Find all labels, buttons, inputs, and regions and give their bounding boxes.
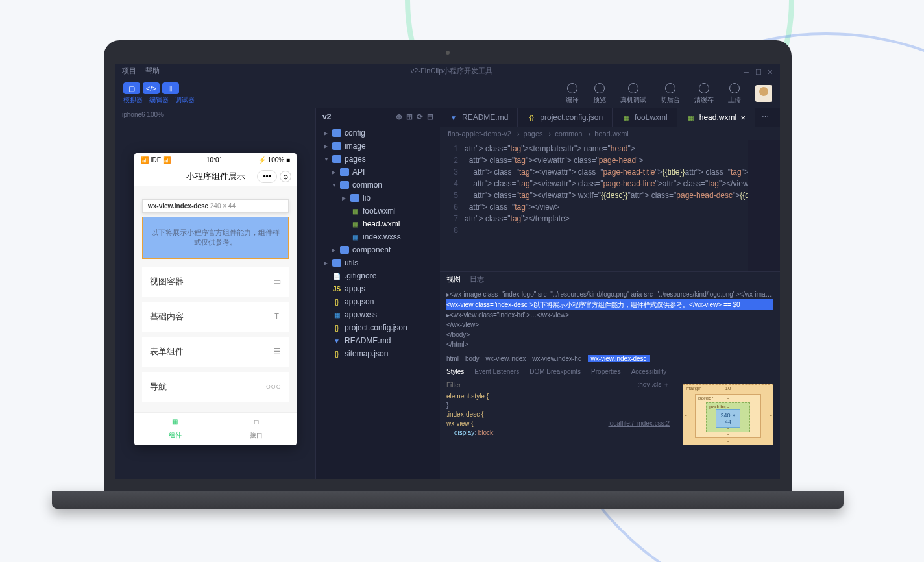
breadcrumb-item[interactable]: head.wxml — [594, 130, 629, 138]
tree-item[interactable]: {}app.json — [316, 295, 440, 308]
inspect-tooltip: wx-view.index-desc 240 × 44 — [142, 199, 289, 213]
menu-project[interactable]: 项目 — [122, 66, 136, 76]
dom-path-item[interactable]: wx-view.index-desc — [588, 355, 649, 362]
dom-path-item[interactable]: html — [446, 355, 459, 362]
tabs-more-icon[interactable]: ⋯ — [755, 108, 775, 127]
mode-switcher: ▢ </> ⫴ 模拟器 编辑器 调试器 — [123, 82, 195, 104]
dt-tab-log[interactable]: 日志 — [470, 275, 484, 284]
tree-item[interactable]: ▦app.wxss — [316, 308, 440, 321]
devtools-subtab[interactable]: Styles — [446, 368, 464, 375]
tree-item[interactable]: ▶API — [316, 165, 440, 178]
editor-tab[interactable]: {}project.config.json — [518, 108, 613, 127]
tree-item[interactable]: ▶utils — [316, 256, 440, 269]
editor-tab[interactable]: ▦foot.wxml — [613, 108, 677, 127]
grid-icon: ▦ — [169, 418, 181, 430]
breadcrumb-item[interactable]: common — [555, 130, 590, 138]
tree-item[interactable]: ▶image — [316, 140, 440, 153]
upload-button[interactable]: 上传 — [728, 83, 741, 104]
laptop-frame: 项目 帮助 v2-FinClip小程序开发工具 ─ ☐ ✕ ▢ </> ⫴ — [104, 40, 792, 509]
refresh-icon[interactable]: ⟳ — [417, 112, 423, 121]
devtools-subtab[interactable]: Event Listeners — [474, 368, 519, 375]
new-file-icon[interactable]: ⊕ — [396, 112, 402, 121]
toolbar: ▢ </> ⫴ 模拟器 编辑器 调试器 编译 预览 真机调试 切后台 清缓存 — [116, 79, 780, 108]
background-button[interactable]: 切后台 — [661, 83, 680, 104]
tree-item[interactable]: {}sitemap.json — [316, 347, 440, 360]
close-icon[interactable]: ✕ — [740, 114, 746, 121]
clear-cache-button[interactable]: 清缓存 — [694, 83, 714, 104]
styles-toggles[interactable]: :hov .cls ＋ — [638, 380, 670, 389]
editor-tab[interactable]: ▦head.wxml✕ — [677, 108, 755, 127]
menu-help[interactable]: 帮助 — [145, 66, 160, 76]
menu-item[interactable]: 导航○○○ — [142, 372, 289, 402]
maximize-button[interactable]: ☐ — [755, 68, 762, 75]
capsule-more-icon[interactable]: ••• — [257, 170, 277, 183]
tree-item[interactable]: JSapp.js — [316, 282, 440, 295]
dom-tree[interactable]: ▸<wx-image class="index-logo" src="../re… — [440, 287, 780, 352]
preview-button[interactable]: 预览 — [593, 83, 606, 104]
phone-status-bar: 📶 IDE 📶 10:01 ⚡ 100% ■ — [134, 153, 297, 167]
mode-debugger[interactable]: ⫴ — [162, 82, 179, 94]
window-title: v2-FinClip小程序开发工具 — [169, 66, 735, 76]
minimize-button[interactable]: ─ — [744, 68, 750, 75]
tree-item[interactable]: ▦foot.wxml — [316, 204, 440, 217]
ide-window: 项目 帮助 v2-FinClip小程序开发工具 ─ ☐ ✕ ▢ </> ⫴ — [116, 64, 780, 479]
tree-item[interactable]: ▶config — [316, 127, 440, 140]
styles-filter-input[interactable] — [446, 380, 485, 389]
close-button[interactable]: ✕ — [767, 68, 773, 75]
breadcrumb: fino-applet-demo-v2pagescommonhead.wxml — [440, 127, 780, 140]
breadcrumb-item[interactable]: fino-applet-demo-v2 — [448, 130, 520, 138]
tree-item[interactable]: {}project.config.json — [316, 321, 440, 334]
devtools-subtab[interactable]: Accessibility — [631, 368, 666, 375]
menu-item[interactable]: 表单组件☰ — [142, 337, 289, 367]
phone-nav: 小程序组件展示 ••• ⊙ — [134, 167, 297, 186]
tree-item[interactable]: ▼common — [316, 178, 440, 191]
code-editor[interactable]: 12345678 attr"> class="tag"><templateatt… — [440, 140, 780, 271]
mode-simulator[interactable]: ▢ — [123, 82, 140, 94]
dom-path-item[interactable]: wx-view.index — [486, 355, 526, 362]
editor-panel: ▼README.md{}project.config.json▦foot.wxm… — [440, 108, 780, 479]
phone-preview: 📶 IDE 📶 10:01 ⚡ 100% ■ 小程序组件展示 ••• ⊙ — [134, 153, 297, 445]
menubar: 项目 帮助 v2-FinClip小程序开发工具 ─ ☐ ✕ — [116, 64, 780, 79]
avatar[interactable] — [755, 85, 772, 102]
tab-api[interactable]: ◻ 接口 — [215, 413, 297, 445]
dom-path-item[interactable]: wx-view.index-hd — [532, 355, 581, 362]
remote-debug-button[interactable]: 真机调试 — [620, 83, 646, 104]
tree-item[interactable]: ▶component — [316, 243, 440, 256]
simulator-panel: iphone6 100% 📶 IDE 📶 10:01 ⚡ 100% ■ 小程序组… — [116, 108, 315, 479]
editor-tabs: ▼README.md{}project.config.json▦foot.wxm… — [440, 108, 780, 127]
new-folder-icon[interactable]: ⊞ — [406, 112, 413, 121]
dom-path-item[interactable]: body — [465, 355, 480, 362]
menu-item[interactable]: 视图容器▭ — [142, 267, 289, 297]
tree-item[interactable]: ▼README.md — [316, 334, 440, 347]
file-explorer: v2 ⊕ ⊞ ⟳ ⊟ ▶config▶image▼pages▶API▼commo… — [315, 108, 440, 479]
tree-item[interactable]: ▼pages — [316, 153, 440, 165]
project-root[interactable]: v2 — [322, 112, 331, 121]
devtools: 视图 日志 ▸<wx-image class="index-logo" src=… — [440, 271, 780, 479]
tree-item[interactable]: 📄.gitignore — [316, 269, 440, 282]
menu-item[interactable]: 基础内容Ｔ — [142, 302, 289, 332]
capsule-close-icon[interactable]: ⊙ — [280, 171, 291, 182]
devtools-subtab[interactable]: DOM Breakpoints — [529, 368, 581, 375]
tree-item[interactable]: ▦index.wxss — [316, 230, 440, 243]
mode-editor[interactable]: </> — [143, 82, 160, 94]
devtools-subtab[interactable]: Properties — [591, 368, 621, 375]
breadcrumb-item[interactable]: pages — [524, 130, 552, 138]
phone-tabbar: ▦ 组件 ◻ 接口 — [134, 412, 297, 445]
compile-button[interactable]: 编译 — [566, 83, 579, 104]
collapse-icon[interactable]: ⊟ — [427, 112, 433, 121]
dom-breadcrumb: htmlbodywx-view.indexwx-view.index-hdwx-… — [440, 352, 780, 365]
tree-item[interactable]: ▦head.wxml — [316, 217, 440, 230]
box-model: margin 10 - border - padding - — [676, 378, 780, 479]
dt-tab-view[interactable]: 视图 — [446, 275, 461, 284]
page-title: 小程序组件展示 — [186, 171, 245, 182]
tree-item[interactable]: ▶lib — [316, 191, 440, 204]
tab-component[interactable]: ▦ 组件 — [134, 413, 215, 445]
simulator-device-info[interactable]: iphone6 100% — [116, 108, 315, 121]
minimap[interactable] — [748, 140, 780, 271]
styles-pane[interactable]: :hov .cls ＋ element.style {}.index-desc … — [440, 378, 676, 479]
editor-tab[interactable]: ▼README.md — [440, 108, 518, 127]
inspected-element[interactable]: 以下将展示小程序官方组件能力，组件样式仅供参考。 — [142, 217, 289, 259]
api-icon: ◻ — [250, 418, 262, 430]
